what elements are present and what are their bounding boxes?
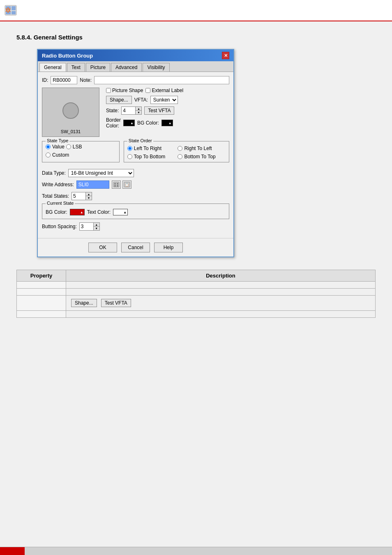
tab-advanced[interactable]: Advanced: [111, 63, 142, 72]
external-label-checkbox[interactable]: [145, 88, 150, 93]
total-states-up[interactable]: ▲: [86, 192, 92, 196]
address-icon-1[interactable]: [112, 180, 121, 189]
button-spacing-spinbox[interactable]: ▲ ▼: [79, 222, 100, 231]
shape-button[interactable]: Shape...: [106, 96, 132, 104]
picture-shape-checkbox[interactable]: [106, 88, 111, 93]
description-cell: [66, 311, 376, 318]
custom-radio[interactable]: [46, 153, 51, 157]
property-cell: [17, 311, 66, 318]
note-input[interactable]: [94, 76, 229, 84]
vfta-select[interactable]: Sunken Raised Flat: [150, 96, 178, 104]
table-shape-button[interactable]: Shape...: [71, 299, 97, 307]
table-test-vfta-button[interactable]: Test VFTA: [101, 299, 131, 307]
lsb-radio[interactable]: [66, 144, 71, 149]
address-icons: 📋: [112, 180, 131, 189]
state-label: State:: [106, 108, 119, 113]
total-states-input[interactable]: [71, 192, 86, 200]
table-row: Shape... Test VFTA: [17, 296, 376, 311]
bg-color-cs-label: BG Color:: [46, 209, 67, 215]
section-title: 5.8.4. General Settings: [16, 34, 376, 41]
help-button[interactable]: Help: [154, 243, 183, 252]
custom-radio-label: Custom: [52, 152, 69, 158]
picture-shape-check[interactable]: Picture Shape: [106, 88, 143, 93]
bg-color-cs-swatch[interactable]: ▲: [70, 209, 85, 215]
left-to-right-item[interactable]: Left To Right: [127, 146, 175, 151]
main-content: 5.8.4. General Settings Radio Button Gro…: [0, 21, 392, 330]
picture-shape-label: Picture Shape: [112, 88, 143, 93]
button-spacing-up[interactable]: ▲: [94, 223, 99, 227]
app-icon: ✲: [4, 4, 17, 17]
id-note-row: ID: Note:: [42, 76, 229, 84]
current-state-group-label: Current State: [46, 201, 75, 206]
right-to-left-radio[interactable]: [178, 146, 182, 151]
tab-visibility[interactable]: Visibility: [143, 63, 169, 72]
svg-rect-2: [12, 6, 16, 10]
shape-vfta-row: Shape... VFTA: Sunken Raised Flat: [106, 96, 229, 104]
preview-box: SW_0131: [42, 88, 99, 137]
svg-rect-10: [117, 185, 118, 187]
button-spacing-input[interactable]: [79, 222, 94, 231]
table-row: [17, 282, 376, 289]
cancel-button[interactable]: Cancel: [121, 243, 150, 252]
write-address-label: Write Address:: [42, 182, 74, 187]
value-radio-item[interactable]: Value LSB: [46, 144, 116, 150]
total-states-row: Total States: ▲ ▼: [42, 192, 229, 200]
test-vfta-button[interactable]: Test VFTA: [144, 106, 174, 115]
svg-rect-4: [12, 11, 16, 14]
button-spacing-down[interactable]: ▼: [94, 227, 99, 230]
tab-text[interactable]: Text: [67, 63, 85, 72]
write-address-input[interactable]: [76, 180, 109, 189]
preview-label: SW_0131: [61, 129, 81, 134]
tab-picture[interactable]: Picture: [86, 63, 110, 72]
col-property: Property: [17, 270, 66, 282]
state-order-group-label: State Order: [127, 138, 153, 143]
value-radio[interactable]: [46, 144, 51, 149]
lsb-radio-label: LSB: [73, 144, 82, 150]
options-panel: Picture Shape External Label Shape... VF…: [106, 88, 229, 137]
description-cell: [66, 289, 376, 296]
border-color-swatch[interactable]: ▲: [123, 120, 135, 126]
id-input[interactable]: [51, 76, 77, 84]
state-type-group: State Type Value LSB Custom: [42, 141, 120, 162]
bottom-to-top-item[interactable]: Bottom To Top: [178, 154, 226, 160]
total-states-spinbox[interactable]: ▲ ▼: [71, 192, 92, 200]
state-spin-up[interactable]: ▲: [136, 107, 141, 111]
dialog-titlebar: Radio Button Group ✕: [38, 50, 233, 61]
bottom-to-top-radio[interactable]: [178, 154, 182, 159]
total-states-down[interactable]: ▼: [86, 196, 92, 200]
right-to-left-label: Right To Left: [184, 146, 212, 151]
external-label-check[interactable]: External Label: [145, 88, 183, 93]
data-type-select[interactable]: 16-Bit Unsigned Int 8-Bit Unsigned Int 3…: [68, 169, 134, 177]
top-to-bottom-item[interactable]: Top To Bottom: [127, 154, 175, 160]
current-state-colors: BG Color: ▲ Text Color: ▲: [46, 207, 226, 215]
custom-radio-item[interactable]: Custom: [46, 152, 116, 158]
vfta-label: VFTA:: [134, 97, 148, 103]
id-label: ID:: [42, 77, 48, 83]
button-spacing-arrows[interactable]: ▲ ▼: [94, 222, 100, 231]
state-type-radios: Value LSB Custom: [46, 144, 116, 158]
state-input[interactable]: [121, 106, 136, 115]
left-to-right-radio[interactable]: [127, 146, 132, 151]
current-state-group: Current State BG Color: ▲ Text Color: ▲: [42, 204, 229, 219]
address-icon-2[interactable]: 📋: [122, 180, 131, 189]
state-type-group-label: State Type: [46, 138, 69, 143]
total-states-arrows[interactable]: ▲ ▼: [86, 192, 92, 200]
close-button[interactable]: ✕: [222, 52, 229, 59]
bg-color-swatch[interactable]: ▲: [161, 120, 173, 126]
cell-content: Shape... Test VFTA: [71, 299, 370, 307]
color-row: BorderColor: ▲ BG Color: ▲: [106, 117, 229, 129]
svg-rect-8: [117, 183, 118, 185]
external-label-label: External Label: [152, 88, 183, 93]
state-spin-arrows[interactable]: ▲ ▼: [136, 106, 142, 115]
tab-general[interactable]: General: [39, 63, 66, 72]
right-to-left-item[interactable]: Right To Left: [178, 146, 226, 151]
note-label: Note:: [80, 77, 92, 83]
text-color-cs-swatch[interactable]: ▲: [113, 209, 128, 215]
top-to-bottom-radio[interactable]: [127, 154, 132, 159]
bottom-bar-red-strip: [0, 547, 25, 555]
top-to-bottom-label: Top To Bottom: [134, 154, 166, 160]
state-spin-down[interactable]: ▼: [136, 111, 141, 114]
state-spinbox[interactable]: ▲ ▼: [121, 106, 142, 115]
ok-button[interactable]: OK: [88, 243, 117, 252]
bottom-to-top-label: Bottom To Top: [184, 154, 215, 160]
